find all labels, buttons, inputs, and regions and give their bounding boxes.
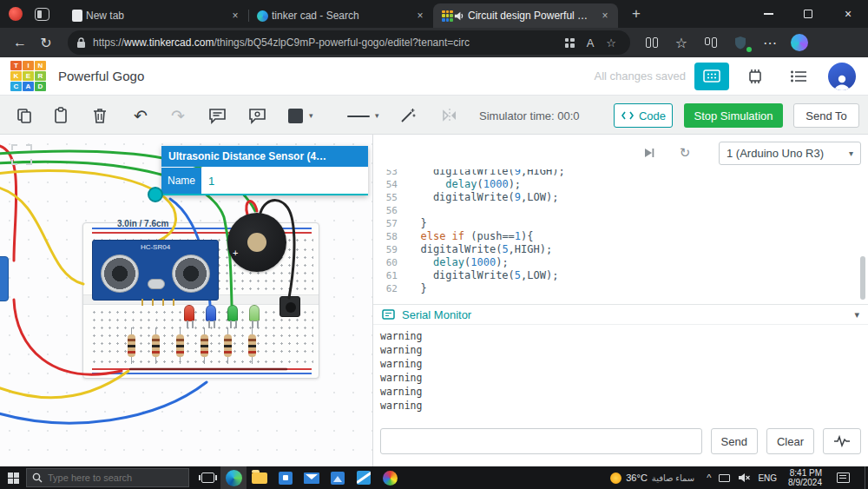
- edge-button[interactable]: [220, 466, 247, 489]
- component-name-input[interactable]: [201, 168, 368, 194]
- code-editor[interactable]: 53 digitalWrite(9,HIGH);54 delay(1000);5…: [373, 169, 859, 304]
- new-tab-button[interactable]: +: [625, 3, 648, 25]
- start-button[interactable]: [0, 466, 26, 489]
- chevron-down-icon[interactable]: ▾: [309, 111, 313, 120]
- design-title[interactable]: Powerful Gogo: [58, 69, 144, 83]
- serial-input[interactable]: [380, 428, 702, 454]
- mail-button[interactable]: [299, 466, 325, 489]
- tab-new-tab[interactable]: New tab ×: [63, 3, 248, 28]
- code-scrollbar[interactable]: [860, 256, 865, 300]
- mirror-button[interactable]: [439, 105, 460, 126]
- favorites-button[interactable]: ☆: [668, 30, 694, 55]
- volume-mute-icon[interactable]: [738, 472, 750, 483]
- annotation-visibility-button[interactable]: [247, 105, 267, 126]
- screen: New tab × tinker cad - Search × Circuit …: [0, 0, 868, 489]
- tab-audio-icon[interactable]: [453, 10, 464, 22]
- person-icon: [832, 73, 852, 90]
- page-favicon-icon: [72, 10, 82, 22]
- app-header: TINKERCAD Powerful Gogo All changes save…: [0, 57, 868, 96]
- tab-search[interactable]: tinker cad - Search ×: [248, 3, 433, 28]
- run-step-button[interactable]: [639, 143, 658, 162]
- restart-button[interactable]: ↻: [675, 143, 694, 162]
- code-topbar: ↻ 1 (Arduino Uno R3) ▾: [373, 135, 868, 169]
- code-line: 61 digitalWrite(5,LOW);: [373, 269, 859, 282]
- task-view-button[interactable]: [194, 466, 220, 489]
- action-center-button[interactable]: [837, 472, 850, 483]
- note-button[interactable]: [207, 105, 227, 126]
- list-view-button[interactable]: [781, 63, 816, 90]
- circuit-canvas[interactable]: HC-SR04 + 3.0in / 7.6cm: [0, 135, 373, 466]
- collapse-chevron-icon[interactable]: ▾: [854, 309, 859, 320]
- weather-widget[interactable]: 36°C سماء صافية: [610, 472, 694, 484]
- color-wheel-button[interactable]: [377, 466, 403, 489]
- read-aloud-icon[interactable]: A: [580, 32, 601, 53]
- chip-icon: [746, 69, 765, 84]
- delete-button[interactable]: [89, 105, 110, 126]
- undo-button[interactable]: ↶: [130, 105, 151, 126]
- tab-close-icon[interactable]: ×: [597, 8, 613, 23]
- stop-simulation-button[interactable]: Stop Simulation: [684, 103, 783, 128]
- tab-close-icon[interactable]: ×: [227, 8, 243, 23]
- sun-icon: [610, 472, 621, 484]
- back-button[interactable]: ←: [7, 30, 33, 55]
- piezo-buzzer[interactable]: [227, 213, 286, 272]
- edge-icon: [226, 470, 242, 486]
- chevron-down-icon[interactable]: ▾: [375, 111, 379, 120]
- store-button[interactable]: [273, 466, 299, 489]
- trash-icon: [91, 107, 108, 124]
- send-button[interactable]: Send: [711, 428, 758, 454]
- search-input[interactable]: [48, 472, 178, 483]
- clock[interactable]: 8:41 PM 8/9/2024: [788, 468, 822, 487]
- piezo-hole: [247, 233, 266, 252]
- serial-monitor-header[interactable]: Serial Monitor ▾: [373, 304, 868, 325]
- wire-style-button[interactable]: [347, 116, 370, 117]
- close-button[interactable]: ×: [828, 0, 868, 28]
- graph-button[interactable]: [823, 428, 861, 454]
- tab-circuit-design[interactable]: Circuit design Powerful Gog ×: [433, 3, 618, 28]
- vscode-button[interactable]: [351, 466, 377, 489]
- code-line: 57 }: [373, 217, 859, 230]
- lock-icon[interactable]: [76, 37, 86, 49]
- monitor-tray-icon[interactable]: [719, 474, 730, 482]
- show-desktop-button[interactable]: [865, 466, 868, 489]
- collections-button[interactable]: [698, 30, 724, 55]
- code-line: 53 digitalWrite(9,HIGH);: [373, 169, 859, 178]
- delete-wires-button[interactable]: [398, 105, 418, 126]
- paste-button[interactable]: [50, 105, 71, 126]
- redo-button[interactable]: ↷: [168, 105, 188, 126]
- refresh-button[interactable]: ↻: [33, 30, 59, 55]
- waveform-icon: [833, 435, 851, 447]
- browser-profile-icon[interactable]: [9, 7, 23, 21]
- tinkercad-logo[interactable]: TINKERCAD: [10, 61, 46, 91]
- code-panel-button[interactable]: Code: [614, 103, 673, 128]
- copilot-button[interactable]: [786, 30, 812, 55]
- send-to-button[interactable]: Send To: [793, 103, 859, 128]
- ultrasonic-sensor[interactable]: HC-SR04: [92, 240, 219, 301]
- tab-workspaces-icon[interactable]: [35, 8, 49, 21]
- settings-menu-button[interactable]: ⋯: [757, 30, 783, 55]
- color-picker-button[interactable]: [288, 109, 303, 123]
- minimize-button[interactable]: [748, 0, 788, 28]
- split-screen-button[interactable]: [639, 30, 665, 55]
- favorite-star-icon[interactable]: ☆: [601, 32, 621, 53]
- tray-expand-icon[interactable]: ^: [707, 472, 711, 483]
- zoom-to-fit-button[interactable]: [10, 143, 33, 166]
- selection-handle[interactable]: [148, 187, 163, 202]
- tinkercad-favicon-icon: [442, 10, 453, 22]
- components-panel-button[interactable]: [694, 63, 729, 90]
- maximize-button[interactable]: [788, 0, 828, 28]
- taskbar-search[interactable]: [26, 468, 189, 487]
- avatar[interactable]: [828, 63, 856, 90]
- language-indicator[interactable]: ENG: [758, 473, 777, 483]
- address-bar[interactable]: https://www.tinkercad.com/things/bQ54zlp…: [68, 30, 630, 55]
- extension-shield-button[interactable]: [727, 30, 753, 55]
- tab-close-icon[interactable]: ×: [412, 8, 428, 23]
- copy-button[interactable]: [14, 105, 35, 126]
- apps-grid-icon[interactable]: [559, 32, 580, 53]
- photos-button[interactable]: [325, 466, 351, 489]
- hardware-view-button[interactable]: [738, 63, 773, 90]
- file-explorer-button[interactable]: [247, 466, 273, 489]
- board-selector[interactable]: 1 (Arduino Uno R3) ▾: [719, 142, 861, 165]
- store-icon: [279, 472, 293, 485]
- clear-button[interactable]: Clear: [766, 428, 814, 454]
